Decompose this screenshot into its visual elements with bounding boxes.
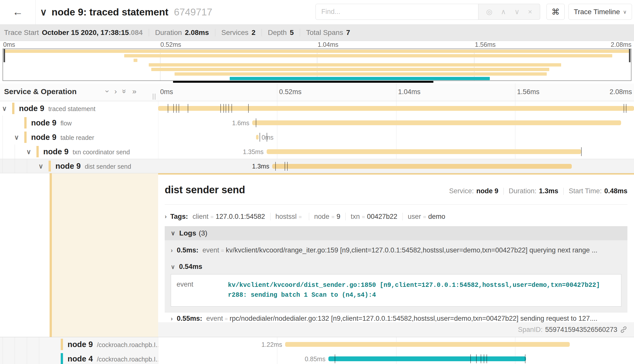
tag-item: client=127.0.0.1:54582 — [193, 213, 270, 221]
span-name-cell[interactable]: node 9/cockroach.roachpb.I... — [0, 337, 158, 352]
indent-guide — [15, 352, 15, 364]
top-bar: ← ∨ node 9: traced statement 6749717 ◎ ∧… — [0, 0, 634, 24]
expand-one-icon[interactable]: › — [114, 87, 117, 96]
logs-block: ∨ Logs (3) ›0.5ms:event=kv/kvclient/kvco… — [165, 226, 627, 313]
chevron-down-icon[interactable]: ∨ — [2, 104, 7, 112]
logs-label: Logs — [179, 229, 196, 237]
span-color-bar — [61, 339, 63, 350]
minimap-canvas[interactable] — [3, 49, 631, 81]
log-fields: event=rpc/nodedialer/nodedialer.go:132 [… — [206, 315, 597, 323]
match-case-icon[interactable]: ◎ — [486, 8, 492, 16]
span-row[interactable]: ∨node 9dist sender send1.3ms — [0, 159, 634, 173]
span-name-cell[interactable]: ∨node 9table reader — [0, 130, 158, 144]
service-label: Service: — [449, 187, 474, 195]
trace-timeline-view-button[interactable]: Trace Timeline ∨ — [568, 4, 632, 20]
span-name-cell[interactable]: ∨node 9txn coordinator send — [0, 144, 158, 159]
expand-all-icon[interactable]: » — [132, 87, 137, 96]
indent-guide — [3, 159, 3, 173]
minimap-right-scrubber[interactable] — [629, 49, 630, 62]
equals-icon: = — [299, 214, 302, 220]
log-marker-tick — [248, 104, 249, 113]
back-button[interactable]: ← — [6, 4, 30, 20]
span-detail-header: dist sender send Service: node 9 Duratio… — [165, 184, 627, 199]
span-duration-bar[interactable] — [158, 106, 634, 111]
span-duration-bar[interactable] — [252, 120, 621, 125]
span-duration-bar[interactable] — [267, 149, 581, 154]
span-duration-bar[interactable] — [272, 164, 572, 169]
chevron-down-icon[interactable]: ∨ — [14, 133, 19, 141]
span-graph-cell[interactable]: 1.3ms — [158, 159, 634, 173]
log-field-key: event — [171, 281, 228, 300]
log-marker-tick — [470, 354, 471, 363]
log-marker-tick — [481, 354, 481, 363]
summary-separator — [215, 29, 215, 36]
clear-find-icon[interactable]: × — [528, 8, 532, 16]
summary-value: 2.08ms — [185, 29, 209, 37]
span-name-cell[interactable]: node 9flow — [0, 116, 158, 130]
equals-icon: = — [423, 214, 426, 220]
span-detail-left-column — [0, 173, 158, 337]
log-marker-tick — [168, 104, 168, 113]
trace-summary-bar: Trace StartOctober 15 2020, 17:38:15.084… — [0, 24, 634, 41]
next-match-icon[interactable]: ∨ — [514, 8, 520, 16]
find-input[interactable] — [315, 4, 478, 20]
collapse-one-icon[interactable]: › — [103, 90, 112, 93]
log-marker-tick — [228, 104, 229, 113]
tag-key: user — [408, 213, 421, 221]
tag-item: hostssl= — [270, 213, 309, 221]
summary-item: Duration2.08ms — [155, 29, 209, 37]
minimap-axis: 0ms0.52ms1.04ms1.56ms2.08ms — [3, 41, 631, 49]
ruler-tick: 0ms — [160, 88, 173, 96]
collapse-all-icon[interactable]: » — [120, 89, 129, 94]
summary-separator — [300, 29, 300, 36]
span-name-cell[interactable]: node 4/cockroach.roachpb.I... — [0, 352, 158, 364]
span-service-name: node 9/cockroach.roachpb.I... — [68, 340, 158, 349]
span-row[interactable]: ∨node 9traced statement — [0, 101, 634, 116]
span-row[interactable]: node 9flow1.6ms — [0, 116, 634, 130]
span-row[interactable]: ∨node 9table reader0ms — [0, 130, 634, 144]
span-operation-name: txn coordinator send — [73, 148, 130, 156]
log-entry[interactable]: ›0.5ms:event=kv/kvclient/kvcoord/range_i… — [165, 240, 627, 257]
link-icon[interactable] — [620, 326, 627, 333]
span-row[interactable]: node 4/cockroach.roachpb.I...0.85ms — [0, 352, 634, 364]
span-graph-cell[interactable]: 0.85ms — [158, 352, 634, 364]
ruler-tick: 1.04ms — [398, 88, 421, 96]
summary-value-suffix: .084 — [129, 29, 143, 36]
keyboard-shortcuts-button[interactable]: ⌘ — [546, 4, 565, 20]
collapse-trace-icon[interactable]: ∨ — [40, 7, 47, 18]
span-duration-bar[interactable] — [256, 135, 258, 140]
column-resizer-handle[interactable] — [153, 94, 155, 100]
span-duration-bar[interactable] — [285, 342, 570, 347]
span-rows-area: ∨node 9traced statementnode 9flow1.6ms∨n… — [0, 101, 634, 364]
span-name-cell[interactable]: ∨node 9dist sender send — [0, 159, 158, 173]
span-name-cell[interactable]: ∨node 9traced statement — [0, 101, 158, 116]
span-graph-cell[interactable]: 1.22ms — [158, 337, 634, 352]
minimap-scrollbar[interactable] — [173, 81, 433, 83]
service-value: node 9 — [476, 187, 498, 195]
logs-header[interactable]: ∨ Logs (3) — [165, 226, 627, 240]
summary-item: Services2 — [221, 29, 256, 37]
span-graph-cell[interactable]: 0ms — [158, 130, 634, 144]
chevron-down-icon[interactable]: ∨ — [26, 148, 31, 156]
span-color-bar — [36, 146, 39, 157]
log-marker-tick — [176, 104, 177, 113]
indent-guide — [27, 352, 27, 364]
span-operation-name: /cockroach.roachpb.I... — [97, 341, 158, 348]
prev-match-icon[interactable]: ∧ — [501, 8, 506, 16]
span-graph-cell[interactable] — [158, 101, 634, 116]
tags-label: Tags: — [170, 213, 188, 221]
log-marker-tick — [285, 162, 285, 171]
log-entry-expanded[interactable]: ∨0.54ms — [165, 257, 627, 271]
chevron-down-icon[interactable]: ∨ — [38, 162, 43, 170]
span-row[interactable]: ∨node 9txn coordinator send1.35ms — [0, 144, 634, 159]
expand-collapse-controls: › › » » — [106, 87, 136, 96]
span-graph-cell[interactable]: 1.35ms — [158, 144, 634, 159]
tag-key: hostssl — [276, 213, 297, 221]
log-marker-tick — [173, 104, 174, 113]
span-duration-bar[interactable] — [328, 356, 526, 361]
span-graph-cell[interactable]: 1.6ms — [158, 116, 634, 130]
tags-row[interactable]: › Tags: client=127.0.0.1:54582hostssl=no… — [165, 210, 627, 223]
minimap-left-scrubber[interactable] — [4, 49, 5, 62]
grid-header: Service & Operation › › » » 0ms0.52ms1.0… — [0, 83, 634, 101]
span-row[interactable]: node 9/cockroach.roachpb.I...1.22ms — [0, 337, 634, 352]
